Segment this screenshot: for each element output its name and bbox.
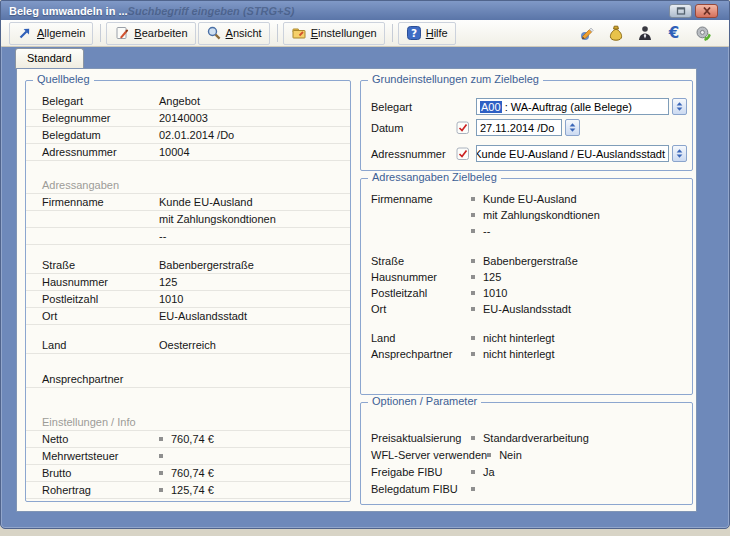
adressnummer-spinner-button[interactable]	[672, 145, 687, 162]
titlebar[interactable]: Beleg umwandeln in ... Suchbegriff einge…	[1, 1, 729, 20]
value-text: 02.01.2014 /Do	[159, 129, 234, 141]
datum-spinner-button[interactable]	[565, 119, 580, 136]
window-buttons	[669, 4, 718, 18]
magnifier-icon	[206, 25, 222, 41]
euro-icon[interactable]: €	[665, 24, 683, 42]
field-row: StraßeBabenbergerstraße	[26, 257, 350, 274]
field-value: 125	[471, 271, 684, 283]
value-text: Standardverarbeitung	[483, 432, 589, 444]
value-text: EU-Auslandsstadt	[159, 310, 247, 322]
person-icon[interactable]	[636, 24, 654, 42]
field-value: 1010	[471, 287, 684, 299]
groupbox-title: Grundeinstellungen zum Zielbeleg	[368, 73, 543, 85]
datum-label: Datum	[371, 122, 456, 134]
svg-text:?: ?	[411, 27, 417, 39]
adressnummer-combobox[interactable]: 10004: Kunde EU-Ausland / EU-Auslandssta…	[476, 145, 669, 162]
field-label: Brutto	[42, 467, 159, 479]
field-label: Belegdatum FIBU	[371, 483, 471, 495]
value-text: --	[159, 230, 166, 242]
field-value: Nein	[487, 449, 684, 461]
field-row: Hausnummer125	[361, 269, 692, 285]
field-value: Kunde EU-Ausland	[159, 196, 340, 208]
close-icon	[701, 6, 713, 16]
bullet-icon	[471, 275, 475, 279]
datum-combobox[interactable]: 27.11.2014 /Do	[476, 119, 562, 136]
adressnummer-label: Adressnummer	[371, 148, 456, 160]
field-value: Kunde EU-Ausland	[471, 193, 684, 205]
groupbox-adressangaben-zielbeleg: Adressangaben Zielbeleg FirmennameKunde …	[360, 178, 693, 395]
field-label: Ort	[371, 303, 471, 315]
toolbar-separator	[392, 24, 393, 42]
datum-check-icon[interactable]	[456, 121, 470, 135]
pencil-icon[interactable]	[578, 24, 596, 42]
gear-icon[interactable]	[694, 24, 712, 42]
quellbeleg-rows: BelegartAngebotBelegnummer20140003Belegd…	[26, 81, 350, 499]
value-text: 125	[483, 271, 501, 283]
section-header-label: Adressangaben	[42, 179, 340, 191]
value-text: Nein	[499, 449, 522, 461]
bullet-icon	[471, 470, 475, 474]
field-row: FirmennameKunde EU-Ausland	[361, 191, 692, 207]
field-label: Hausnummer	[371, 271, 471, 283]
field-value: Babenbergerstraße	[159, 259, 340, 271]
field-value: 760,74 €	[159, 467, 340, 479]
value-text: nicht hinterlegt	[483, 348, 555, 360]
menu-hilfe[interactable]: ? Hilfe	[398, 22, 456, 45]
field-row: mit Zahlungskondtionen	[361, 207, 692, 223]
field-row: Hausnummer125	[26, 274, 350, 291]
value-text: --	[483, 225, 490, 237]
maximize-button[interactable]	[669, 4, 692, 18]
adressnummer-value: 10004: Kunde EU-Ausland / EU-Auslandssta…	[476, 148, 665, 160]
field-row: Belegnummer20140003	[26, 110, 350, 127]
menu-label: Einstellungen	[311, 27, 377, 39]
field-row: OrtEU-Auslandsstadt	[361, 301, 692, 317]
datum-form-row: Datum 27.11.2014 /Do	[361, 119, 692, 136]
bullet-icon	[471, 352, 475, 356]
field-label: Land	[42, 339, 159, 351]
field-row: --	[361, 223, 692, 239]
value-text: 1010	[159, 293, 183, 305]
field-label: Netto	[42, 433, 159, 445]
field-value: Oesterreich	[159, 339, 340, 351]
optionen-rows: PreisaktualsierungStandardverarbeitungWF…	[361, 403, 692, 497]
field-row: --	[26, 228, 350, 245]
field-label: WFL-Server verwenden	[371, 449, 487, 461]
field-row: FirmennameKunde EU-Ausland	[26, 194, 350, 211]
tab-standard[interactable]: Standard	[15, 48, 84, 69]
money-bag-icon[interactable]	[607, 24, 625, 42]
field-label: Firmenname	[371, 193, 471, 205]
value-text: Ja	[483, 466, 495, 478]
close-button[interactable]	[695, 4, 718, 18]
row-spacer	[26, 325, 350, 337]
field-value: Angebot	[159, 95, 340, 107]
field-row: Landnicht hinterlegt	[361, 330, 692, 346]
menu-ansicht[interactable]: Ansicht	[198, 22, 270, 45]
bullet-icon	[487, 453, 491, 457]
bullet-icon	[159, 471, 163, 475]
field-label: Ansprechpartner	[42, 373, 159, 385]
groupbox-quellbeleg: Quellbeleg BelegartAngebotBelegnummer201…	[25, 80, 351, 502]
value-text: mit Zahlungskondtionen	[483, 209, 600, 221]
field-value: 20140003	[159, 112, 340, 124]
arrow-ne-icon	[17, 25, 33, 41]
menu-einstellungen[interactable]: Einstellungen	[283, 22, 385, 45]
toolbar-separator	[277, 24, 278, 42]
adressangaben-rows: FirmennameKunde EU-Auslandmit Zahlungsko…	[361, 179, 692, 362]
adressnummer-check-icon[interactable]	[456, 147, 470, 161]
belegart-combobox[interactable]: A00 : WA-Auftrag (alle Belege)	[476, 98, 669, 115]
toolbar: Allgemein Bearbeiten Ansicht Einstellung…	[1, 20, 729, 47]
maximize-icon	[675, 6, 687, 16]
selected-code: A00	[480, 101, 502, 113]
bullet-icon	[471, 307, 475, 311]
menu-bearbeiten[interactable]: Bearbeiten	[106, 22, 195, 45]
row-spacer	[26, 245, 350, 257]
belegart-spinner-button[interactable]	[672, 98, 687, 115]
field-row: Adressnummer10004	[26, 144, 350, 161]
field-row: Belegdatum02.01.2014 /Do	[26, 127, 350, 144]
checkbox-slot	[456, 147, 471, 161]
field-label: Adressnummer	[42, 146, 159, 158]
menu-label: Hilfe	[426, 27, 448, 39]
value-text: 10004	[159, 146, 190, 158]
menu-allgemein[interactable]: Allgemein	[9, 22, 93, 45]
field-value	[159, 454, 340, 458]
